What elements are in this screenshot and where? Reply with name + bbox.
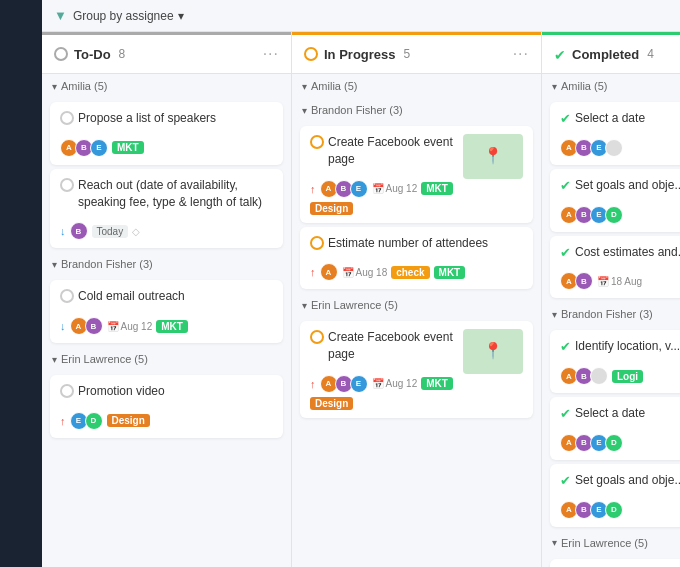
task-status-circle bbox=[60, 289, 74, 303]
chevron-icon: ▾ bbox=[552, 309, 557, 320]
group-section: ▾ Erin Lawrence (5) Promotion video ↑ ED… bbox=[42, 347, 291, 438]
priority-up-icon: ↑ bbox=[60, 415, 66, 427]
tag: Logi bbox=[612, 370, 643, 383]
date-badge: 📅Aug 12 bbox=[372, 183, 418, 194]
group-label[interactable]: ▾ Brandon Fisher (3) bbox=[542, 302, 680, 326]
avatar: D bbox=[605, 501, 623, 519]
column-header-inprogress: In Progress 5 ··· bbox=[292, 32, 541, 74]
task-done-icon: ✔ bbox=[560, 178, 571, 193]
priority-up-icon: ↑ bbox=[310, 378, 316, 390]
tag: Design bbox=[310, 202, 353, 215]
avatar-group: ABE bbox=[560, 139, 623, 157]
group-label[interactable]: ▾ Amilia (5) bbox=[292, 74, 541, 98]
task-meta: ABED bbox=[560, 434, 680, 452]
task-card[interactable]: ✔ Set goals and obje... ABED bbox=[550, 464, 680, 527]
group-label[interactable]: ▾ Erin Lawrence (5) bbox=[42, 347, 291, 371]
task-meta: ABED bbox=[560, 206, 680, 224]
task-meta: ABE MKT bbox=[60, 139, 273, 157]
avatar-group: B bbox=[70, 222, 88, 240]
group-section: ▾ Brandon Fisher (3) ✔ Identify location… bbox=[542, 302, 680, 526]
task-card[interactable]: Create Facebook event page ↑ ABE 📅Aug 12… bbox=[300, 126, 533, 223]
task-card[interactable]: ✔ Set goals and obje... ABED bbox=[550, 169, 680, 232]
task-status-circle bbox=[310, 330, 324, 344]
chevron-down-icon: ▾ bbox=[178, 9, 184, 23]
column-body-completed: ▾ Amilia (5) ✔ Select a date ABE ✔ bbox=[542, 74, 680, 567]
task-header-row: Estimate number of attendees bbox=[310, 235, 523, 258]
group-section: ▾ Erin Lawrence (5) ✔ Select a date ABED bbox=[542, 531, 680, 567]
priority-down-icon: ↓ bbox=[60, 225, 66, 237]
column-menu-todo[interactable]: ··· bbox=[263, 45, 279, 63]
group-section: ▾ Amilia (5) bbox=[292, 74, 541, 98]
avatar-group: AB bbox=[560, 272, 593, 290]
task-done-icon: ✔ bbox=[560, 406, 571, 421]
columns-wrapper: To-Do 8 ··· ▾ Amilia (5) Propose a list … bbox=[42, 32, 680, 567]
avatar-group: ED bbox=[70, 412, 103, 430]
tag: MKT bbox=[421, 182, 453, 195]
task-title: Create Facebook event page bbox=[328, 329, 457, 363]
chevron-icon: ▾ bbox=[552, 537, 557, 548]
avatar-group: ABE bbox=[320, 375, 368, 393]
task-header-row: ✔ Set goals and obje... bbox=[560, 472, 680, 495]
task-header-row: Reach out (date of availability, speakin… bbox=[60, 177, 273, 217]
group-section: ▾ Erin Lawrence (5) Create Facebook even… bbox=[292, 293, 541, 418]
inprogress-icon bbox=[304, 47, 318, 61]
avatar bbox=[605, 139, 623, 157]
chevron-icon: ▾ bbox=[52, 354, 57, 365]
task-card[interactable]: Propose a list of speakers ABE MKT bbox=[50, 102, 283, 165]
task-card[interactable]: Create Facebook event page ↑ ABE 📅Aug 12… bbox=[300, 321, 533, 418]
task-card[interactable]: ✔ Identify location, v... vendors AB Log… bbox=[550, 330, 680, 393]
group-label[interactable]: ▾ Erin Lawrence (5) bbox=[292, 293, 541, 317]
task-header-row: ✔ Select a date bbox=[560, 405, 680, 428]
task-card[interactable]: ✔ Cost estimates and... AB 📅18 Aug bbox=[550, 236, 680, 299]
tag: check bbox=[391, 266, 429, 279]
task-card[interactable]: Reach out (date of availability, speakin… bbox=[50, 169, 283, 249]
task-meta: ↑ ABE 📅Aug 12 MKTDesign bbox=[310, 180, 457, 215]
group-label[interactable]: ▾ Amilia (5) bbox=[542, 74, 680, 98]
task-card[interactable]: Promotion video ↑ ED Design bbox=[50, 375, 283, 438]
task-header-row: Create Facebook event page bbox=[310, 134, 457, 174]
chevron-icon: ▾ bbox=[302, 300, 307, 311]
date-badge: 📅Aug 18 bbox=[342, 267, 388, 278]
avatar: D bbox=[605, 206, 623, 224]
avatar-group: AB bbox=[560, 367, 608, 385]
task-card[interactable]: ✔ Select a date ABED bbox=[550, 559, 680, 567]
avatar: D bbox=[605, 434, 623, 452]
priority-down-icon: ↓ bbox=[60, 320, 66, 332]
task-done-icon: ✔ bbox=[560, 339, 571, 354]
avatar-group: ABED bbox=[560, 206, 623, 224]
task-header-row: Promotion video bbox=[60, 383, 273, 406]
group-section: ▾ Brandon Fisher (3) Cold email outreach… bbox=[42, 252, 291, 343]
group-label[interactable]: ▾ Brandon Fisher (3) bbox=[292, 98, 541, 122]
calendar-icon: 📅 bbox=[107, 321, 119, 332]
group-label[interactable]: ▾ Erin Lawrence (5) bbox=[542, 531, 680, 555]
task-meta: AB Logi bbox=[560, 367, 680, 385]
task-card[interactable]: Estimate number of attendees ↑ A 📅Aug 18… bbox=[300, 227, 533, 290]
toolbar: ▼ Group by assignee ▾ bbox=[42, 0, 680, 32]
group-label[interactable]: ▾ Amilia (5) bbox=[42, 74, 291, 98]
map-pin-icon: 📍 bbox=[483, 145, 503, 164]
avatar: A bbox=[320, 263, 338, 281]
tag: MKT bbox=[434, 266, 466, 279]
diamond-icon: ◇ bbox=[132, 226, 140, 237]
task-meta: ↑ ABE 📅Aug 12 MKTDesign bbox=[310, 375, 457, 410]
task-title: Select a date bbox=[575, 405, 645, 422]
date-badge: 📅Aug 12 bbox=[107, 321, 153, 332]
task-card[interactable]: ✔ Select a date ABE bbox=[550, 102, 680, 165]
avatar-group: ABE bbox=[60, 139, 108, 157]
task-meta: ↑ ED Design bbox=[60, 412, 273, 430]
group-by-button[interactable]: Group by assignee ▾ bbox=[73, 9, 184, 23]
map-thumbnail: 📍 bbox=[463, 329, 523, 374]
task-status-circle bbox=[60, 384, 74, 398]
column-body-todo: ▾ Amilia (5) Propose a list of speakers … bbox=[42, 74, 291, 567]
column-menu-inprogress[interactable]: ··· bbox=[513, 45, 529, 63]
group-label[interactable]: ▾ Brandon Fisher (3) bbox=[42, 252, 291, 276]
app-container: ▼ Group by assignee ▾ To-Do 8 ··· ▾ Amil… bbox=[0, 0, 680, 567]
task-card[interactable]: ✔ Select a date ABED bbox=[550, 397, 680, 460]
map-thumbnail: 📍 bbox=[463, 134, 523, 179]
task-card[interactable]: Cold email outreach ↓ AB 📅Aug 12 MKT bbox=[50, 280, 283, 343]
task-status-circle bbox=[310, 135, 324, 149]
tag: MKT bbox=[112, 141, 144, 154]
tag: Design bbox=[107, 414, 150, 427]
chevron-icon: ▾ bbox=[302, 105, 307, 116]
task-header-row: Create Facebook event page bbox=[310, 329, 457, 369]
